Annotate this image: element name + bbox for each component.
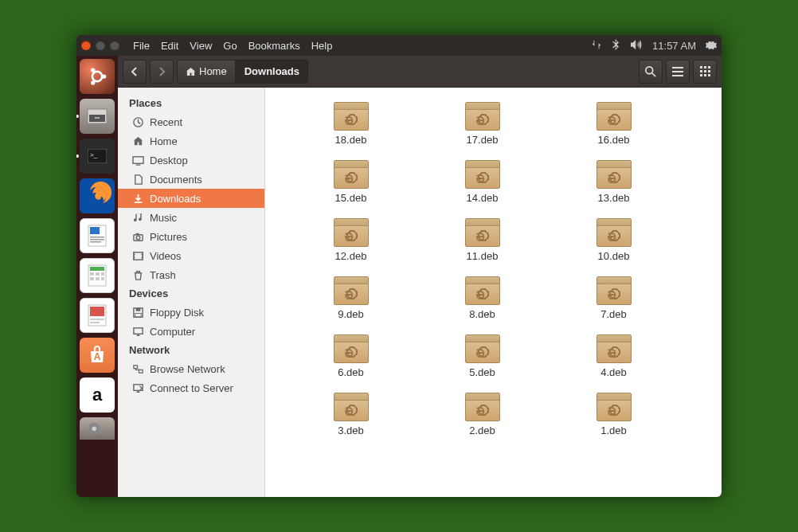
list-view-button[interactable]: [666, 60, 690, 84]
window-controls: [81, 41, 119, 50]
gear-icon[interactable]: [706, 39, 717, 53]
svg-rect-35: [704, 66, 706, 68]
grid-view-button[interactable]: [693, 60, 717, 84]
menu-help[interactable]: Help: [306, 40, 338, 52]
launcher-amazon[interactable]: a: [80, 377, 115, 413]
launcher-software-center[interactable]: A: [80, 338, 115, 373]
sidebar-item-videos[interactable]: Videos: [118, 246, 264, 265]
launcher-settings[interactable]: [80, 417, 115, 440]
file-item[interactable]: ə 7.deb: [552, 276, 675, 320]
launcher-calc[interactable]: [80, 258, 115, 293]
file-item[interactable]: ə 9.deb: [289, 276, 413, 320]
back-button[interactable]: [123, 60, 147, 84]
file-item[interactable]: ə 8.deb: [421, 276, 544, 320]
file-item[interactable]: ə 12.deb: [289, 218, 413, 262]
menu-bookmarks[interactable]: Bookmarks: [243, 40, 306, 52]
menu-go[interactable]: Go: [217, 40, 242, 52]
menu-file[interactable]: File: [127, 40, 155, 52]
svg-point-30: [646, 66, 653, 73]
bluetooth-icon[interactable]: [612, 39, 620, 53]
file-item[interactable]: ə 17.deb: [421, 102, 544, 146]
sidebar-item-documents[interactable]: Documents: [118, 170, 264, 189]
file-item[interactable]: ə 4.deb: [552, 334, 675, 378]
svg-rect-41: [704, 74, 706, 76]
file-grid: ə 18.debə 17.debə 16.debə 15.debə 14.deb…: [289, 102, 698, 436]
file-item[interactable]: ə 10.deb: [552, 218, 675, 262]
network-icon[interactable]: [591, 39, 602, 53]
launcher-impress[interactable]: [80, 298, 115, 333]
menu-view[interactable]: View: [184, 40, 217, 52]
deb-package-icon: ə: [334, 102, 369, 131]
clock[interactable]: 11:57 AM: [652, 40, 696, 52]
file-item[interactable]: ə 16.deb: [552, 102, 675, 146]
menu-edit[interactable]: Edit: [155, 40, 184, 52]
path-segment-current[interactable]: Downloads: [236, 60, 308, 84]
list-icon: [672, 67, 683, 76]
sidebar-item-home[interactable]: Home: [118, 131, 264, 151]
path-segment-home[interactable]: Home: [177, 60, 236, 84]
svg-point-1: [102, 74, 106, 78]
amazon-icon: a: [92, 385, 102, 405]
launcher-writer[interactable]: [80, 218, 115, 253]
sidebar-item-connect-to-server[interactable]: Connect to Server: [118, 378, 264, 397]
svg-rect-20: [90, 277, 94, 280]
forward-button[interactable]: [150, 60, 174, 84]
sidebar-item-label: Music: [150, 212, 177, 224]
file-item[interactable]: ə 13.deb: [552, 160, 675, 204]
chevron-right-icon: [157, 67, 166, 76]
sidebar-item-desktop[interactable]: Desktop: [118, 151, 264, 170]
sidebar-item-downloads[interactable]: Downloads: [118, 189, 264, 208]
sound-icon[interactable]: [630, 39, 643, 53]
sidebar-item-label: Videos: [150, 250, 182, 262]
file-item[interactable]: ə 18.deb: [289, 102, 413, 146]
svg-rect-50: [136, 307, 141, 311]
window-maximize-button[interactable]: [110, 41, 119, 50]
svg-rect-48: [134, 252, 143, 259]
launcher-terminal[interactable]: >_: [80, 139, 115, 174]
launcher-files[interactable]: [80, 99, 115, 134]
svg-rect-12: [90, 237, 104, 238]
file-item[interactable]: ə 11.deb: [421, 218, 544, 262]
file-name: 1.deb: [600, 424, 627, 436]
file-item[interactable]: ə 15.deb: [289, 160, 413, 204]
svg-point-46: [136, 236, 140, 240]
sidebar-item-pictures[interactable]: Pictures: [118, 227, 264, 246]
sidebar-item-computer[interactable]: Computer: [118, 322, 264, 341]
sidebar-item-music[interactable]: Music: [118, 208, 264, 227]
file-name: 17.deb: [467, 134, 499, 146]
launcher-dash[interactable]: [80, 59, 115, 94]
file-item[interactable]: ə 2.deb: [421, 393, 544, 436]
launcher-firefox[interactable]: [80, 178, 115, 213]
firefox-icon: [85, 184, 109, 208]
window-minimize-button[interactable]: [96, 41, 105, 50]
sidebar-item-recent[interactable]: Recent: [118, 112, 264, 131]
svg-rect-32: [672, 71, 683, 72]
svg-rect-19: [101, 272, 104, 276]
deb-package-icon: ə: [334, 218, 369, 247]
file-body: PlacesRecentHomeDesktopDocumentsDownload…: [118, 88, 722, 497]
deb-package-icon: ə: [597, 160, 632, 189]
path-label: Downloads: [244, 65, 299, 77]
desktop: File Edit View Go Bookmarks Help 11:57 A…: [76, 35, 722, 497]
svg-rect-16: [90, 267, 104, 271]
svg-point-0: [92, 72, 102, 81]
sidebar-item-browse-network[interactable]: Browse Network: [118, 359, 264, 378]
sidebar-section-title: Places: [118, 94, 264, 112]
svg-point-2: [91, 68, 95, 72]
file-view[interactable]: ə 18.debə 17.debə 16.debə 15.debə 14.deb…: [265, 88, 722, 497]
file-item[interactable]: ə 14.deb: [421, 160, 544, 204]
file-item[interactable]: ə 5.deb: [421, 334, 544, 378]
svg-rect-38: [704, 70, 706, 72]
places-sidebar: PlacesRecentHomeDesktopDocumentsDownload…: [118, 88, 265, 497]
svg-rect-36: [708, 66, 710, 68]
window-close-button[interactable]: [81, 41, 91, 50]
file-item[interactable]: ə 6.deb: [289, 334, 413, 378]
file-item[interactable]: ə 3.deb: [289, 393, 413, 436]
search-button[interactable]: [639, 60, 663, 84]
svg-rect-24: [90, 307, 104, 316]
file-item[interactable]: ə 1.deb: [552, 393, 675, 436]
file-name: 14.deb: [467, 192, 499, 204]
deb-package-icon: ə: [334, 393, 369, 421]
sidebar-item-trash[interactable]: Trash: [118, 265, 264, 284]
sidebar-item-floppy-disk[interactable]: Floppy Disk: [118, 303, 264, 322]
